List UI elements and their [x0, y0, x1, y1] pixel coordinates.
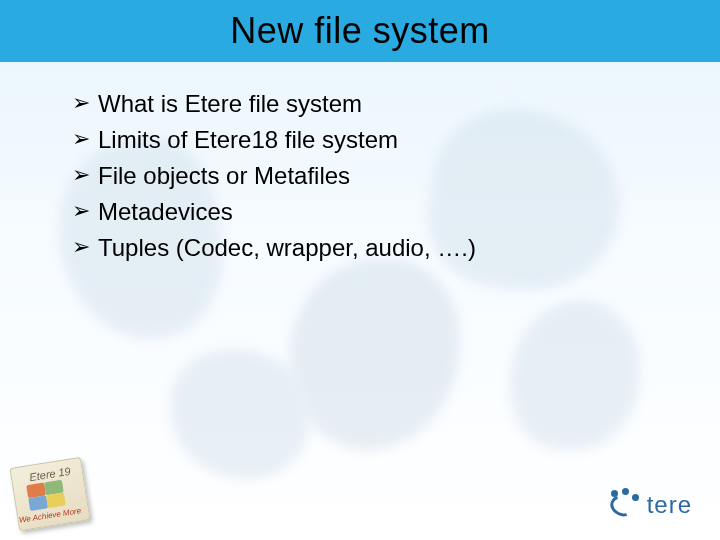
etere-logo: tere: [607, 488, 692, 522]
title-bar: New file system: [0, 0, 720, 62]
slide-title: New file system: [230, 10, 490, 52]
etere-logo-mark-icon: [607, 488, 641, 522]
bullet-item: Limits of Etere18 file system: [72, 122, 648, 158]
slide: New file system What is Etere file syste…: [0, 0, 720, 540]
badge-etere19: Etere 19 We Achieve More: [14, 462, 86, 526]
bullet-item: What is Etere file system: [72, 86, 648, 122]
bullet-item: Metadevices: [72, 194, 648, 230]
content-area: What is Etere file system Limits of Eter…: [0, 62, 720, 266]
bullet-list: What is Etere file system Limits of Eter…: [72, 86, 648, 266]
bullet-item: File objects or Metafiles: [72, 158, 648, 194]
etere-logo-text: tere: [647, 491, 692, 519]
bullet-item: Tuples (Codec, wrapper, audio, ….): [72, 230, 648, 266]
